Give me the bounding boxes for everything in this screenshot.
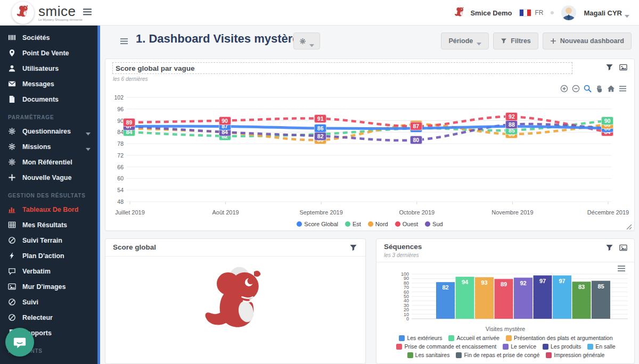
legend-item-score-global[interactable]: Score Global	[297, 221, 338, 227]
y-tick: 96	[109, 106, 124, 112]
chart-modebar	[560, 85, 627, 93]
user-icon	[8, 64, 16, 72]
language-selector[interactable]: FR	[519, 9, 543, 16]
data-label-ouest: 91	[314, 114, 326, 123]
user-avatar[interactable]	[561, 5, 576, 20]
sidebar-toggle-icon[interactable]	[83, 8, 92, 16]
legend-item-le-service[interactable]: Le service	[503, 343, 536, 350]
sidebar-scrollbar[interactable]	[97, 26, 100, 364]
sidebar-item-mon-referentiel[interactable]: Mon Référentiel	[0, 154, 100, 170]
legend-item-ouest[interactable]: Ouest	[395, 221, 418, 227]
data-label-sud: 88	[505, 120, 518, 129]
resize-handle[interactable]	[626, 222, 632, 229]
barchart-icon	[8, 205, 16, 213]
legend-item-prise-de-commande-et-encaissement[interactable]: Prise de commande et encaissement	[396, 343, 496, 350]
brand-logo[interactable]: smice Le Mystery Shopping réinventé	[12, 2, 83, 24]
zoom-out-icon[interactable]	[572, 85, 580, 93]
sidebar-item-relecteur[interactable]: Relecteur	[0, 310, 100, 325]
y-tick: 72	[109, 152, 124, 159]
filtres-button[interactable]: Filtres	[493, 32, 538, 49]
widget-image-icon[interactable]	[619, 63, 628, 71]
legend-item-fin-de-repas-et-prise-de-conge[interactable]: Fin de repas et prise de congé	[456, 352, 539, 358]
pan-icon[interactable]	[595, 85, 603, 93]
sidebar-item-mur-d-images[interactable]: Mur D'images	[0, 279, 100, 294]
sidebar-item-label: Sociétés	[22, 34, 50, 42]
x-tick: Octobre 2019	[390, 209, 444, 216]
svg-text:100: 100	[401, 272, 409, 277]
svg-text:85: 85	[597, 283, 604, 289]
sidebar-item-nouvelle-vague[interactable]: Nouvelle Vague	[0, 170, 100, 185]
y-tick: 78	[109, 140, 124, 147]
loading-mouse-illustration	[195, 262, 275, 344]
svg-text:83: 83	[578, 284, 585, 290]
gear-icon	[299, 38, 306, 45]
chat-widget-button[interactable]	[5, 328, 34, 357]
legend-item-accueil-et-arrivee[interactable]: Accueil et arrivée	[448, 335, 499, 341]
account-switcher[interactable]: Smice Demo	[453, 6, 512, 20]
main-content: 1. Dashboard Visites mystère Période Fil…	[103, 26, 639, 364]
data-label-sud: 82	[314, 132, 326, 140]
sidebar-item-label: Mon Référentiel	[22, 159, 72, 166]
page-header: 1. Dashboard Visites mystère Période Fil…	[103, 26, 639, 56]
french-flag-icon	[519, 9, 531, 16]
dashboard-menu-icon[interactable]	[120, 37, 128, 45]
sidebar-item-label: Utilisateurs	[22, 65, 59, 72]
reset-axes-icon[interactable]	[607, 85, 615, 93]
brand-tagline: Le Mystery Shopping réinventé	[38, 18, 83, 21]
widget-image-icon[interactable]	[619, 244, 628, 252]
legend-item-est[interactable]: Est	[345, 221, 361, 227]
zoom-in-icon[interactable]	[560, 85, 568, 93]
x-tick: Juillet 2019	[103, 209, 157, 216]
widget-filter-icon[interactable]	[349, 244, 358, 252]
sidebar-item-label: Point De Vente	[22, 49, 69, 57]
gear-icon	[8, 127, 16, 135]
legend-swatch	[396, 344, 402, 350]
widget-filter-icon[interactable]	[605, 63, 614, 71]
legend-item-presentation-des-plats-et-argumentation[interactable]: Présentation des plats et argumentation	[506, 335, 613, 341]
legend-item-les-sanitaires[interactable]: Les sanitaires	[407, 352, 450, 358]
sidebar-item-questionnaires[interactable]: Questionnaires	[0, 123, 100, 139]
sidebar-item-suivi[interactable]: Suivi	[0, 294, 100, 310]
chevron-down-icon	[86, 130, 91, 133]
widget-title: Score global	[113, 243, 156, 251]
legend-item-nord[interactable]: Nord	[368, 221, 388, 227]
sidebar-item-label: Suivi	[22, 299, 38, 306]
chevron-down-icon	[477, 39, 481, 43]
periode-button[interactable]: Période	[441, 32, 489, 49]
nouveau-dashboard-button[interactable]: Nouveau dashboard	[543, 32, 632, 49]
sidebar-item-societes[interactable]: Sociétés	[0, 30, 100, 45]
sidebar-item-label: Plan D'action	[22, 252, 64, 260]
sidebar-item-utilisateurs[interactable]: Utilisateurs	[0, 61, 100, 76]
plus-icon	[550, 38, 556, 44]
sidebar-item-verbatim[interactable]: Verbatim	[0, 263, 100, 279]
sidebar-item-mes-resultats[interactable]: Mes Résultats	[0, 217, 100, 233]
legend-item-en-salle[interactable]: En salle	[587, 343, 615, 350]
legend-swatch	[448, 335, 454, 341]
user-menu[interactable]: Magali CYR	[584, 9, 629, 17]
sidebar-item-point-de-vente[interactable]: Point De Vente	[0, 45, 100, 61]
widget-subtitle: les 6 dernières	[113, 76, 148, 82]
chart-menu-icon[interactable]	[619, 85, 627, 93]
legend-item-sud[interactable]: Sud	[425, 221, 443, 227]
sidebar-item-documents[interactable]: Documents	[0, 92, 100, 107]
legend-item-les-exterieurs[interactable]: Les extérieurs	[399, 335, 442, 341]
chevron-down-icon	[309, 39, 314, 43]
legend-item-les-produits[interactable]: Les produits	[543, 343, 581, 350]
y-tick: 66	[109, 164, 124, 170]
sidebar-item-messages[interactable]: Messages	[0, 76, 100, 92]
sidebar-item-suivi-terrain[interactable]: Suivi Terrain	[0, 233, 100, 248]
sidebar-item-plan-d-action[interactable]: Plan D'action	[0, 248, 100, 263]
sidebar-item-missions[interactable]: Missions	[0, 139, 100, 154]
svg-text:89: 89	[501, 281, 507, 287]
sidebar-item-tableaux-de-bord[interactable]: Tableaux De Bord	[0, 202, 100, 217]
legend-swatch	[456, 352, 462, 358]
card-sequences: Séquences les 3 dernières 01020304050607…	[376, 238, 635, 364]
data-label-ouest: 87	[410, 122, 422, 130]
legend-swatch	[546, 352, 552, 358]
legend-item-impression-generale[interactable]: Impression générale	[546, 352, 604, 358]
chart-menu-icon[interactable]	[617, 264, 626, 271]
widget-filter-icon[interactable]	[605, 244, 614, 252]
widget-title-editable[interactable]: Score global par vague	[112, 62, 572, 74]
dashboard-settings-button[interactable]	[293, 32, 320, 49]
box-zoom-icon[interactable]	[584, 85, 592, 93]
